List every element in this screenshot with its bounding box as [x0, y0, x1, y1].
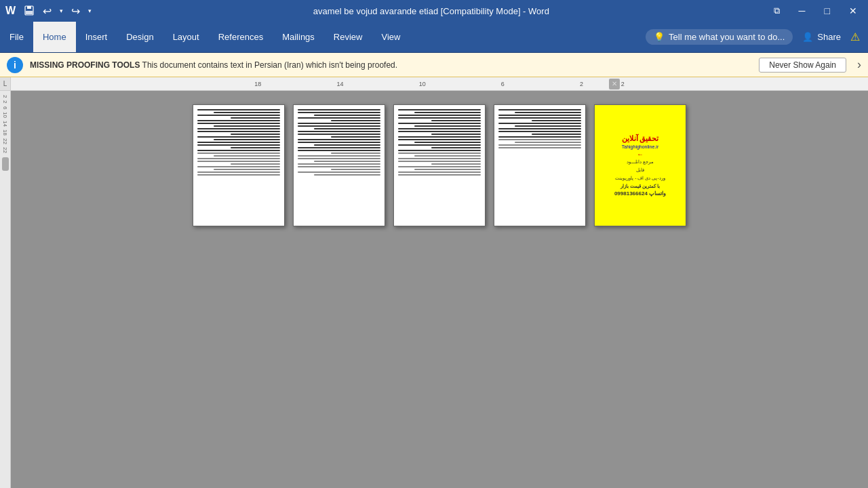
v-ruler-2a: 2 — [2, 94, 8, 99]
notification-title: MISSING PROOFING TOOLS — [30, 60, 140, 70]
ad-line2: فایل — [636, 167, 644, 174]
minimize-button[interactable]: ─ — [793, 4, 811, 18]
ruler-num-6: 6 — [500, 81, 506, 87]
page-2-content — [294, 105, 384, 226]
ad-url: Tahighighonline.ir — [622, 144, 658, 149]
tab-review[interactable]: Review — [324, 22, 372, 52]
horizontal-ruler: L 18 14 10 6 2 ✕ 2 — [0, 77, 868, 91]
ad-line4: با کمترین قیمت بازار — [620, 183, 660, 190]
svg-rect-2 — [26, 11, 33, 14]
share-label: Share — [817, 32, 841, 42]
info-icon: i — [7, 57, 23, 73]
v-scrollbar-thumb[interactable] — [2, 157, 9, 171]
page-4-lines — [498, 109, 581, 148]
tab-home[interactable]: Home — [33, 22, 76, 52]
quick-access-toolbar: W ↩ ▾ ↪ ▾ — [5, 3, 94, 19]
v-ruler-6: 6 — [2, 105, 8, 110]
title-bar-left: W ↩ ▾ ↪ ▾ — [5, 3, 94, 19]
tab-design[interactable]: Design — [117, 22, 163, 52]
ruler-num-2b: 2 — [620, 81, 626, 87]
ad-arrow-icon: ← — [637, 150, 644, 158]
warning-icon: ⚠ — [850, 30, 860, 43]
page-1-content — [193, 105, 284, 226]
page-2-lines — [298, 109, 380, 176]
v-ruler-2b: 2 — [2, 99, 8, 104]
tell-me-field[interactable]: 💡 Tell me what you want to do... — [646, 29, 793, 45]
ruler-corner-icon: L — [3, 80, 7, 87]
ad-title: تحقیق آنلاین — [622, 134, 659, 143]
notification-text: MISSING PROOFING TOOLS This document con… — [30, 60, 752, 70]
tab-layout[interactable]: Layout — [163, 22, 209, 52]
title-bar: W ↩ ▾ ↪ ▾ avamel be vojud avarande etiad… — [0, 0, 868, 22]
ruler-num-10: 10 — [418, 81, 427, 87]
ruler-num-18: 18 — [253, 81, 262, 87]
notification-close-button[interactable]: › — [857, 58, 861, 72]
svg-rect-1 — [27, 6, 31, 9]
restore-down-icon[interactable]: ⧉ — [768, 4, 785, 18]
page-3-thumbnail[interactable] — [393, 104, 486, 226]
v-ruler-22b: 22 — [2, 146, 8, 155]
ribbon-right: 💡 Tell me what you want to do... 👤 Share… — [646, 22, 868, 52]
page-4-thumbnail[interactable] — [494, 104, 586, 226]
ad-line3: ورد-پی دی اف - پاورپوینت — [615, 175, 665, 182]
ruler-marks: 18 14 10 6 2 ✕ 2 — [11, 77, 868, 90]
ruler-num-14: 14 — [335, 81, 344, 87]
page-1-thumbnail[interactable] — [193, 104, 285, 226]
page-3-lines — [398, 109, 481, 176]
save-button[interactable] — [21, 4, 37, 18]
notification-detail: This document contains text in Persian (… — [142, 60, 397, 70]
v-ruler-18: 18 — [2, 128, 8, 137]
undo-dropdown[interactable]: ▾ — [57, 6, 66, 16]
page-1-lines — [197, 109, 280, 176]
save-icon — [24, 5, 35, 16]
never-show-again-button[interactable]: Never Show Again — [759, 58, 846, 73]
v-ruler-10: 10 — [2, 110, 8, 119]
v-ruler-14: 14 — [2, 119, 8, 128]
ad-phone: واتساپ 09981366624 — [614, 190, 666, 197]
tab-file[interactable]: File — [0, 22, 33, 52]
restore-button[interactable]: □ — [819, 4, 835, 18]
tell-me-text: Tell me what you want to do... — [669, 32, 785, 42]
page-5-ad-thumbnail[interactable]: تحقیق آنلاین Tahighighonline.ir ← مرجع د… — [594, 104, 686, 226]
pages-container: تحقیق آنلاین Tahighighonline.ir ← مرجع د… — [193, 104, 686, 226]
redo-button[interactable]: ↪ — [68, 3, 83, 19]
page-2-thumbnail[interactable] — [293, 104, 385, 226]
tab-view[interactable]: View — [372, 22, 410, 52]
notification-bar: i MISSING PROOFING TOOLS This document c… — [0, 53, 868, 77]
document-title: avamel be vojud avarande etiad [Compatib… — [94, 6, 768, 16]
v-ruler-22a: 22 — [2, 137, 8, 146]
page-3-content — [394, 105, 485, 226]
undo-button[interactable]: ↩ — [40, 3, 54, 19]
close-button[interactable]: ✕ — [844, 4, 863, 18]
ribbon: File Home Insert Design Layout Reference… — [0, 22, 868, 53]
tab-insert[interactable]: Insert — [76, 22, 117, 52]
ruler-x-mark: ✕ — [609, 79, 620, 89]
page-4-content — [494, 105, 585, 226]
ad-line1: مرجع دانلـــود — [627, 159, 654, 165]
title-bar-right: ⧉ ─ □ ✕ — [768, 4, 863, 18]
more-button[interactable]: ▾ — [85, 6, 94, 16]
ad-arrow-row: ← — [637, 150, 644, 158]
ruler-corner: L — [0, 77, 11, 90]
document-canvas: تحقیق آنلاین Tahighighonline.ir ← مرجع د… — [11, 91, 868, 488]
lightbulb-icon: 💡 — [654, 32, 665, 42]
tab-references[interactable]: References — [209, 22, 273, 52]
ruler-num-2: 2 — [578, 81, 585, 87]
content-area: 2 2 6 10 14 18 22 22 — [0, 91, 868, 488]
word-icon: W — [5, 5, 16, 17]
person-icon: 👤 — [802, 32, 813, 42]
tab-mailings[interactable]: Mailings — [273, 22, 324, 52]
share-button[interactable]: 👤 Share — [802, 32, 841, 42]
vertical-ruler: 2 2 6 10 14 18 22 22 — [0, 91, 11, 488]
